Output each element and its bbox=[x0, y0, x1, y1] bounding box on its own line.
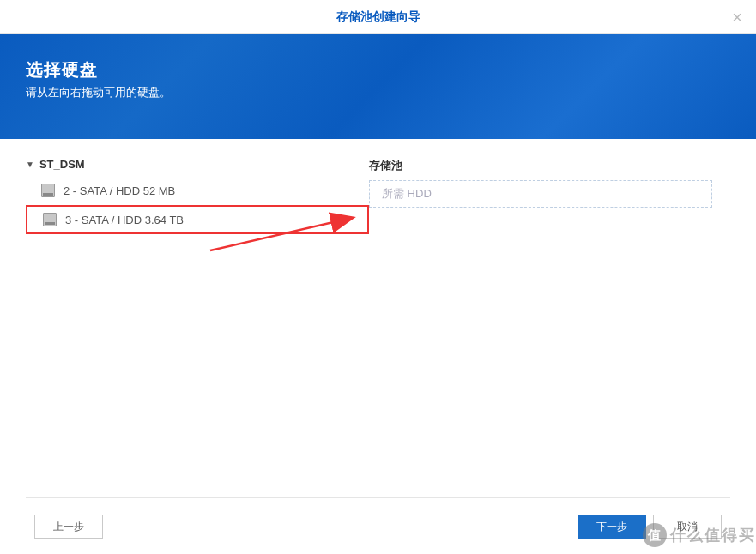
pool-dropzone[interactable]: 所需 HDD bbox=[369, 180, 712, 208]
tree-root-label: ST_DSM bbox=[39, 158, 85, 171]
titlebar: 存储池创建向导 × bbox=[0, 0, 756, 34]
watermark: 值 什么值得买 bbox=[643, 523, 756, 547]
dialog-title: 存储池创建向导 bbox=[336, 9, 420, 25]
disk-item-label: 2 - SATA / HDD 52 MB bbox=[64, 184, 175, 197]
hdd-icon bbox=[41, 184, 55, 197]
hdd-icon bbox=[43, 213, 57, 226]
chevron-down-icon: ▼ bbox=[26, 160, 34, 169]
body-content: ▼ ST_DSM 2 - SATA / HDD 52 MB 3 - SATA /… bbox=[0, 139, 756, 482]
header-banner: 选择硬盘 请从左向右拖动可用的硬盘。 bbox=[0, 34, 756, 139]
prev-button[interactable]: 上一步 bbox=[34, 515, 103, 539]
available-disks-column: ▼ ST_DSM 2 - SATA / HDD 52 MB 3 - SATA /… bbox=[26, 158, 369, 482]
separator bbox=[26, 497, 730, 498]
pool-column-label: 存储池 bbox=[369, 158, 712, 173]
step-heading: 选择硬盘 bbox=[26, 58, 730, 81]
storage-pool-column: 存储池 所需 HDD bbox=[369, 158, 712, 482]
disk-item-label: 3 - SATA / HDD 3.64 TB bbox=[65, 214, 184, 226]
tree-root-node[interactable]: ▼ ST_DSM bbox=[26, 158, 369, 171]
disk-item[interactable]: 3 - SATA / HDD 3.64 TB bbox=[26, 205, 369, 234]
step-subtext: 请从左向右拖动可用的硬盘。 bbox=[26, 85, 730, 100]
close-icon[interactable]: × bbox=[730, 10, 744, 24]
disk-item[interactable]: 2 - SATA / HDD 52 MB bbox=[26, 176, 369, 205]
next-button[interactable]: 下一步 bbox=[578, 515, 646, 539]
dropzone-placeholder: 所需 HDD bbox=[382, 186, 432, 202]
watermark-badge: 值 bbox=[643, 523, 667, 547]
watermark-text: 什么值得买 bbox=[670, 525, 756, 545]
